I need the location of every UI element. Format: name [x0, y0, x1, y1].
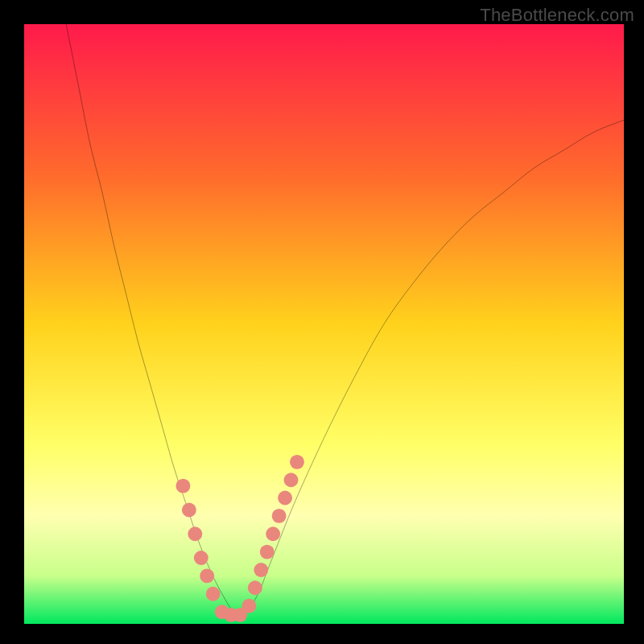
overlay-dot: [260, 545, 275, 559]
overlay-dot: [278, 491, 292, 506]
overlay-dot: [272, 509, 287, 523]
overlay-dot: [200, 568, 214, 583]
overlay-dot: [248, 580, 262, 595]
overlay-dot: [194, 551, 208, 565]
overlay-dot: [206, 587, 221, 601]
overlay-dot: [290, 455, 304, 469]
overlay-dot: [254, 563, 268, 577]
overlay-dot: [284, 473, 299, 487]
overlay-dot: [242, 599, 256, 613]
bottleneck-chart: [24, 24, 624, 624]
watermark-text: TheBottleneck.com: [480, 5, 634, 26]
overlay-dot: [188, 526, 202, 541]
overlay-dot: [182, 503, 196, 518]
overlay-dot: [266, 526, 280, 541]
overlay-dot: [175, 479, 190, 493]
chart-background: [24, 24, 624, 624]
